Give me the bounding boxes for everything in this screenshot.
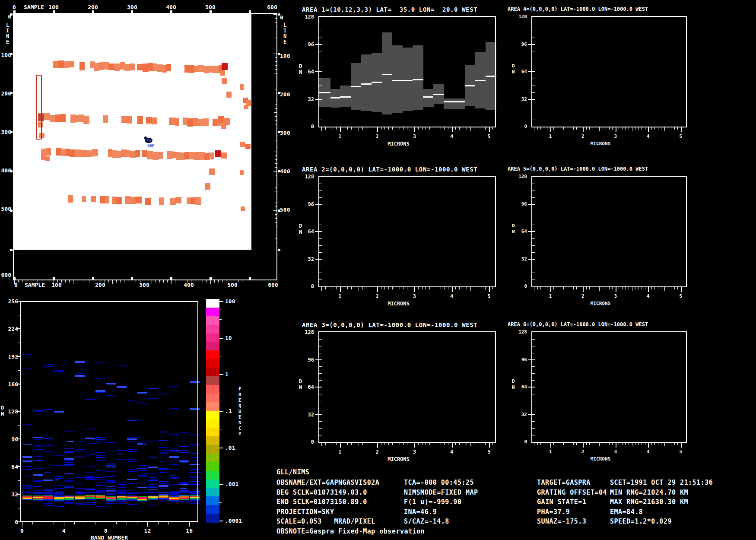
- colorbar-band: [206, 350, 219, 359]
- map-tick: [275, 30, 277, 30]
- plot-x-tick: [664, 287, 665, 291]
- colorbar-band: [206, 342, 219, 350]
- plot-y-tick-label: 32: [297, 412, 314, 417]
- footprint-square: [46, 148, 51, 156]
- plot-x-tick: [576, 287, 577, 289]
- plot-y-tick: [315, 99, 322, 100]
- info-line: PROJECTION=SKY: [276, 509, 334, 515]
- map-tick: [14, 226, 16, 226]
- plot-x-tick: [573, 287, 574, 289]
- hist-y-tick: [18, 508, 20, 508]
- map-tick: [275, 183, 277, 183]
- map-tick: [275, 206, 277, 207]
- hist-x-tick: [189, 522, 190, 527]
- hist-x-tick: [74, 522, 75, 524]
- plot-x-tick: [403, 127, 404, 130]
- plot-x-tick: [632, 287, 632, 291]
- plot-x-tick: [563, 127, 564, 130]
- area-plot-title: AREA 5=(0,0,0,0) LAT=-1000.0 LON=-1000.0…: [508, 166, 648, 172]
- plot-x-tick: [677, 287, 678, 289]
- plot-y-tick: [532, 24, 535, 24]
- plot-y-tick-label: 32: [297, 257, 314, 262]
- plot-y-tick: [315, 44, 322, 45]
- map-tick: [171, 280, 172, 284]
- plot-x-tick: [684, 287, 684, 289]
- map-tick: [14, 171, 18, 172]
- plot-y-tick: [532, 428, 535, 429]
- footprint-square: [68, 61, 74, 68]
- map-tick: [238, 14, 238, 16]
- map-tick: [275, 144, 277, 144]
- plot-y-tick-label: 128: [510, 14, 527, 19]
- map-sample-tick-label: 100: [51, 282, 61, 288]
- plot-y-tick: [319, 218, 322, 218]
- footprint-square: [195, 197, 201, 204]
- plot-y-tick: [532, 245, 535, 246]
- map-tick: [179, 280, 179, 283]
- plot-x-tick: [384, 287, 385, 289]
- footprint-square: [44, 113, 50, 120]
- footprint-square: [215, 150, 221, 157]
- plot-x-tick: [534, 287, 534, 291]
- plot-y-tick: [319, 184, 322, 184]
- plot-x-tick-label: 2: [581, 294, 584, 299]
- map-tick: [167, 14, 168, 16]
- plot-x-tick: [668, 127, 668, 130]
- plot-x-tick: [563, 287, 564, 289]
- plot-frame: [531, 331, 687, 443]
- map-tick: [275, 50, 277, 50]
- plot-x-tick: [452, 443, 453, 448]
- colorbar-title: C: [238, 426, 241, 431]
- area-selection-rect[interactable]: [36, 75, 42, 140]
- hist-x-tick: [168, 522, 169, 524]
- map-tick: [273, 171, 277, 172]
- map-tick: [22, 14, 22, 16]
- plot-x-tick: [612, 443, 613, 445]
- map-tick: [14, 112, 17, 113]
- plot-y-tick: [532, 280, 535, 280]
- map-tick: [159, 14, 160, 16]
- colorbar-band: [206, 419, 219, 428]
- colorbar-band: [206, 454, 219, 462]
- map-sample-tick-label: 500: [227, 282, 237, 288]
- colorbar-tick-label: 100: [225, 299, 235, 304]
- colorbar-tick: [219, 301, 223, 302]
- map-tick: [14, 93, 18, 93]
- plot-x-tick: [321, 287, 322, 291]
- map-tick: [14, 210, 18, 211]
- colorbar-title: U: [238, 409, 241, 414]
- plot-x-tick: [625, 127, 626, 130]
- map-tick: [46, 280, 46, 283]
- info-line: TCA=-000 00:45:25: [404, 480, 474, 486]
- plot-x-tick: [658, 443, 658, 445]
- footprint-square: [135, 150, 140, 157]
- map-tick: [54, 14, 54, 18]
- plot-x-tick: [467, 443, 467, 445]
- colorbar-tick: [219, 484, 223, 485]
- hist-y-tick: [18, 370, 20, 371]
- plot-x-tick: [384, 443, 385, 445]
- map-tick: [14, 218, 16, 219]
- hist-y-tick: [18, 315, 20, 315]
- plot-x-tick: [370, 287, 370, 289]
- plot-x-tick: [550, 127, 551, 132]
- area-plot-title: AREA 1=(10,12,3,3) LAT= 35.0 LON= 20.0 W…: [302, 6, 477, 13]
- plot-y-tick: [319, 24, 322, 24]
- plot-x-tick: [625, 443, 626, 445]
- plot-x-tick: [645, 443, 645, 445]
- map-tick: [275, 77, 277, 77]
- plot-y-tick-label: 96: [510, 42, 527, 47]
- plot-y-axis-title: N: [512, 385, 515, 390]
- plot-x-tick: [418, 287, 419, 289]
- plot-x-tick: [580, 443, 580, 445]
- plot-x-tick: [411, 287, 411, 289]
- map-tick: [275, 105, 277, 105]
- plot-x-tick: [642, 127, 642, 130]
- plot-x-tick: [381, 443, 381, 445]
- hist-x-tick-label: 4: [62, 528, 66, 534]
- plot-x-tick-label: 2: [376, 294, 379, 299]
- plot-y-tick: [532, 266, 535, 266]
- footprint-square: [209, 168, 215, 175]
- plot-x-tick: [547, 443, 547, 445]
- hist-x-tick: [158, 522, 159, 524]
